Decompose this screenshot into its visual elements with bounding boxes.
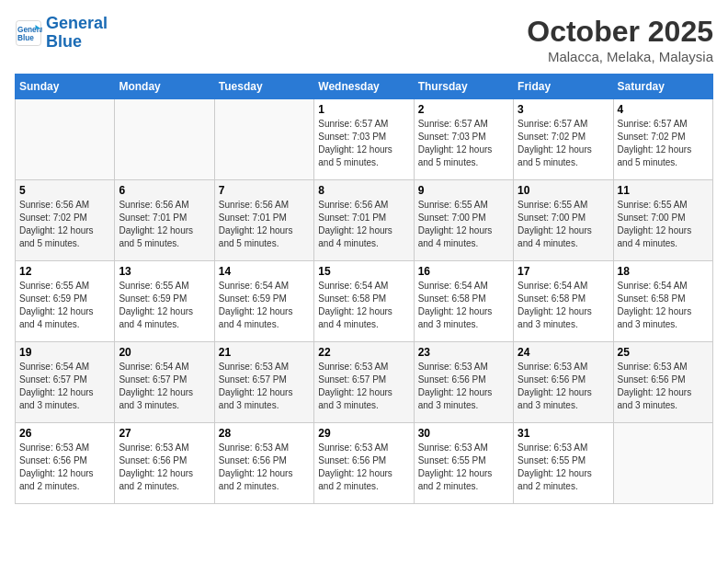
calendar-cell: 15Sunrise: 6:54 AM Sunset: 6:58 PM Dayli…: [314, 261, 414, 342]
day-info: Sunrise: 6:55 AM Sunset: 6:59 PM Dayligh…: [19, 280, 110, 331]
calendar-cell: 27Sunrise: 6:53 AM Sunset: 6:56 PM Dayli…: [115, 423, 214, 504]
day-info: Sunrise: 6:54 AM Sunset: 6:57 PM Dayligh…: [119, 361, 210, 412]
calendar-cell: 14Sunrise: 6:54 AM Sunset: 6:59 PM Dayli…: [214, 261, 313, 342]
day-info: Sunrise: 6:54 AM Sunset: 6:58 PM Dayligh…: [418, 280, 509, 331]
calendar-cell: [214, 99, 313, 180]
calendar-cell: 4Sunrise: 6:57 AM Sunset: 7:02 PM Daylig…: [613, 99, 712, 180]
location-subtitle: Malacca, Melaka, Malaysia: [527, 49, 713, 64]
day-number: 27: [119, 427, 210, 440]
day-number: 29: [318, 427, 409, 440]
day-number: 2: [418, 103, 509, 116]
day-number: 19: [19, 346, 110, 359]
day-info: Sunrise: 6:55 AM Sunset: 7:00 PM Dayligh…: [418, 199, 509, 250]
calendar-cell: 22Sunrise: 6:53 AM Sunset: 6:57 PM Dayli…: [314, 342, 414, 423]
day-number: 21: [219, 346, 310, 359]
calendar-cell: 28Sunrise: 6:53 AM Sunset: 6:56 PM Dayli…: [214, 423, 313, 504]
calendar-cell: [115, 99, 214, 180]
day-number: 15: [318, 265, 409, 278]
day-number: 5: [19, 184, 110, 197]
weekday-header-thursday: Thursday: [414, 75, 513, 99]
day-info: Sunrise: 6:55 AM Sunset: 7:00 PM Dayligh…: [518, 199, 609, 250]
calendar-cell: 6Sunrise: 6:56 AM Sunset: 7:01 PM Daylig…: [115, 180, 214, 261]
calendar-cell: [613, 423, 712, 504]
day-number: 20: [119, 346, 210, 359]
day-number: 4: [618, 103, 709, 116]
logo-text: General Blue: [46, 15, 108, 52]
weekday-header-monday: Monday: [115, 75, 214, 99]
calendar-week-row: 19Sunrise: 6:54 AM Sunset: 6:57 PM Dayli…: [16, 342, 713, 423]
calendar-cell: 9Sunrise: 6:55 AM Sunset: 7:00 PM Daylig…: [414, 180, 513, 261]
day-info: Sunrise: 6:53 AM Sunset: 6:56 PM Dayligh…: [618, 361, 709, 412]
day-info: Sunrise: 6:53 AM Sunset: 6:56 PM Dayligh…: [19, 442, 110, 493]
day-info: Sunrise: 6:53 AM Sunset: 6:57 PM Dayligh…: [219, 361, 310, 412]
day-number: 14: [219, 265, 310, 278]
calendar-cell: 12Sunrise: 6:55 AM Sunset: 6:59 PM Dayli…: [16, 261, 115, 342]
day-number: 22: [318, 346, 409, 359]
day-info: Sunrise: 6:57 AM Sunset: 7:03 PM Dayligh…: [418, 118, 509, 169]
calendar-cell: 1Sunrise: 6:57 AM Sunset: 7:03 PM Daylig…: [314, 99, 414, 180]
calendar-week-row: 5Sunrise: 6:56 AM Sunset: 7:02 PM Daylig…: [16, 180, 713, 261]
weekday-header-saturday: Saturday: [613, 75, 712, 99]
day-number: 1: [318, 103, 409, 116]
weekday-header-row: SundayMondayTuesdayWednesdayThursdayFrid…: [16, 75, 713, 99]
day-info: Sunrise: 6:54 AM Sunset: 6:58 PM Dayligh…: [518, 280, 609, 331]
calendar-cell: 3Sunrise: 6:57 AM Sunset: 7:02 PM Daylig…: [514, 99, 613, 180]
svg-text:Blue: Blue: [17, 33, 34, 41]
calendar-cell: 13Sunrise: 6:55 AM Sunset: 6:59 PM Dayli…: [115, 261, 214, 342]
day-number: 13: [119, 265, 210, 278]
page-header: General Blue General Blue October 2025 M…: [15, 15, 713, 64]
day-number: 28: [219, 427, 310, 440]
calendar-cell: 24Sunrise: 6:53 AM Sunset: 6:56 PM Dayli…: [514, 342, 613, 423]
day-number: 26: [19, 427, 110, 440]
day-info: Sunrise: 6:53 AM Sunset: 6:56 PM Dayligh…: [418, 361, 509, 412]
calendar-cell: 25Sunrise: 6:53 AM Sunset: 6:56 PM Dayli…: [613, 342, 712, 423]
day-info: Sunrise: 6:55 AM Sunset: 7:00 PM Dayligh…: [618, 199, 709, 250]
calendar-cell: 7Sunrise: 6:56 AM Sunset: 7:01 PM Daylig…: [214, 180, 313, 261]
calendar-cell: 17Sunrise: 6:54 AM Sunset: 6:58 PM Dayli…: [514, 261, 613, 342]
day-info: Sunrise: 6:54 AM Sunset: 6:59 PM Dayligh…: [219, 280, 310, 331]
calendar-cell: 21Sunrise: 6:53 AM Sunset: 6:57 PM Dayli…: [214, 342, 313, 423]
calendar-cell: 11Sunrise: 6:55 AM Sunset: 7:00 PM Dayli…: [613, 180, 712, 261]
calendar-cell: [16, 99, 115, 180]
day-number: 23: [418, 346, 509, 359]
day-info: Sunrise: 6:53 AM Sunset: 6:57 PM Dayligh…: [318, 361, 409, 412]
day-info: Sunrise: 6:54 AM Sunset: 6:58 PM Dayligh…: [318, 280, 409, 331]
month-title: October 2025: [527, 15, 713, 49]
svg-text:General: General: [17, 25, 42, 33]
day-number: 31: [518, 427, 609, 440]
weekday-header-sunday: Sunday: [16, 75, 115, 99]
day-info: Sunrise: 6:54 AM Sunset: 6:57 PM Dayligh…: [19, 361, 110, 412]
day-info: Sunrise: 6:56 AM Sunset: 7:01 PM Dayligh…: [318, 199, 409, 250]
calendar-cell: 8Sunrise: 6:56 AM Sunset: 7:01 PM Daylig…: [314, 180, 414, 261]
day-number: 7: [219, 184, 310, 197]
day-info: Sunrise: 6:53 AM Sunset: 6:56 PM Dayligh…: [119, 442, 210, 493]
calendar-cell: 2Sunrise: 6:57 AM Sunset: 7:03 PM Daylig…: [414, 99, 513, 180]
day-info: Sunrise: 6:57 AM Sunset: 7:02 PM Dayligh…: [518, 118, 609, 169]
day-info: Sunrise: 6:53 AM Sunset: 6:56 PM Dayligh…: [518, 361, 609, 412]
calendar-cell: 23Sunrise: 6:53 AM Sunset: 6:56 PM Dayli…: [414, 342, 513, 423]
calendar-week-row: 26Sunrise: 6:53 AM Sunset: 6:56 PM Dayli…: [16, 423, 713, 504]
day-number: 24: [518, 346, 609, 359]
day-number: 17: [518, 265, 609, 278]
day-info: Sunrise: 6:53 AM Sunset: 6:56 PM Dayligh…: [219, 442, 310, 493]
logo: General Blue General Blue: [15, 15, 108, 52]
day-number: 6: [119, 184, 210, 197]
day-info: Sunrise: 6:53 AM Sunset: 6:56 PM Dayligh…: [318, 442, 409, 493]
calendar-cell: 30Sunrise: 6:53 AM Sunset: 6:55 PM Dayli…: [414, 423, 513, 504]
day-number: 18: [618, 265, 709, 278]
calendar-cell: 10Sunrise: 6:55 AM Sunset: 7:00 PM Dayli…: [514, 180, 613, 261]
day-number: 12: [19, 265, 110, 278]
day-number: 30: [418, 427, 509, 440]
day-info: Sunrise: 6:53 AM Sunset: 6:55 PM Dayligh…: [518, 442, 609, 493]
calendar-week-row: 1Sunrise: 6:57 AM Sunset: 7:03 PM Daylig…: [16, 99, 713, 180]
weekday-header-friday: Friday: [514, 75, 613, 99]
calendar-cell: 31Sunrise: 6:53 AM Sunset: 6:55 PM Dayli…: [514, 423, 613, 504]
calendar-cell: 5Sunrise: 6:56 AM Sunset: 7:02 PM Daylig…: [16, 180, 115, 261]
logo-icon: General Blue: [15, 19, 42, 47]
day-info: Sunrise: 6:56 AM Sunset: 7:01 PM Dayligh…: [119, 199, 210, 250]
day-info: Sunrise: 6:56 AM Sunset: 7:02 PM Dayligh…: [19, 199, 110, 250]
day-number: 9: [418, 184, 509, 197]
day-number: 10: [518, 184, 609, 197]
calendar-cell: 26Sunrise: 6:53 AM Sunset: 6:56 PM Dayli…: [16, 423, 115, 504]
day-number: 11: [618, 184, 709, 197]
